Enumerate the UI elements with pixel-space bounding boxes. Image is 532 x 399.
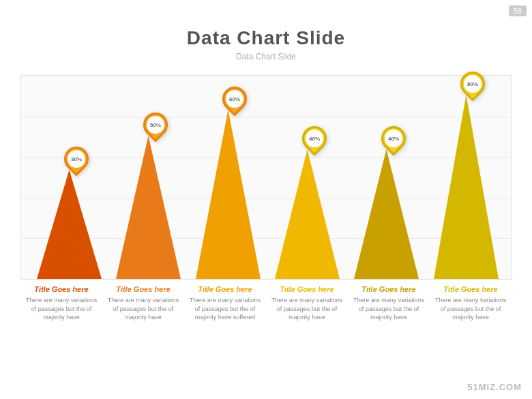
col-title-heading-1: Title Goes here [24,285,99,293]
mountain-group-2: 50% [109,102,184,279]
mountain-group-6: 80% [427,61,502,279]
col-title-2: Title Goes hereThere are many variations… [106,285,181,322]
col-description-1: There are many variations of passages bu… [24,296,99,322]
pin-label-3: 60% [226,90,243,108]
col-description-5: There are many variations of passages bu… [351,296,426,322]
slide-subtitle: Data Chart Slide [0,52,532,61]
pin-5: 40% [381,126,406,151]
svg-marker-3 [116,136,181,279]
chart-area: 30%50%60%40%40%80% [20,75,512,280]
col-title-5: Title Goes hereThere are many variations… [351,285,426,322]
col-title-6: Title Goes hereThere are many variations… [433,285,508,322]
col-title-heading-4: Title Goes here [269,285,344,293]
svg-marker-9 [354,149,419,279]
mountains-container: 30%50%60%40%40%80% [21,76,511,279]
col-title-heading-2: Title Goes here [106,285,181,293]
mountain-group-5: 40% [347,115,422,279]
pin-label-5: 40% [385,130,402,147]
header: Data Chart Slide Data Chart Slide [0,0,532,61]
pin-4: 40% [302,126,327,151]
col-description-6: There are many variations of passages bu… [433,296,508,322]
pin-label-4: 40% [306,130,323,147]
watermark: 51MIZ.COM [467,382,522,392]
col-title-1: Title Goes hereThere are many variations… [24,285,99,322]
titles-row: Title Goes hereThere are many variations… [20,285,512,322]
col-title-heading-6: Title Goes here [433,285,508,293]
col-description-2: There are many variations of passages bu… [106,296,181,322]
slide-number: 58 [509,5,527,16]
pin-2: 50% [143,113,168,137]
svg-marker-7 [275,149,340,279]
slide-title: Data Chart Slide [0,27,532,49]
mountain-group-3: 60% [189,76,264,279]
svg-marker-11 [434,95,499,279]
svg-marker-1 [37,170,102,279]
pin-3: 60% [222,87,247,111]
mountain-group-4: 40% [268,115,343,279]
svg-marker-5 [196,110,261,279]
pin-label-6: 80% [464,75,482,93]
pin-label-2: 50% [147,116,164,134]
mountain-group-1: 30% [30,136,105,279]
pin-6: 80% [460,72,485,96]
col-title-4: Title Goes hereThere are many variations… [269,285,344,322]
pin-1: 30% [64,147,89,171]
col-title-heading-3: Title Goes here [188,285,263,293]
col-description-4: There are many variations of passages bu… [269,296,344,322]
col-title-heading-5: Title Goes here [351,285,426,293]
col-description-3: There are many variations of passages bu… [188,296,263,322]
col-title-3: Title Goes hereThere are many variations… [188,285,263,322]
pin-label-1: 30% [68,150,85,168]
